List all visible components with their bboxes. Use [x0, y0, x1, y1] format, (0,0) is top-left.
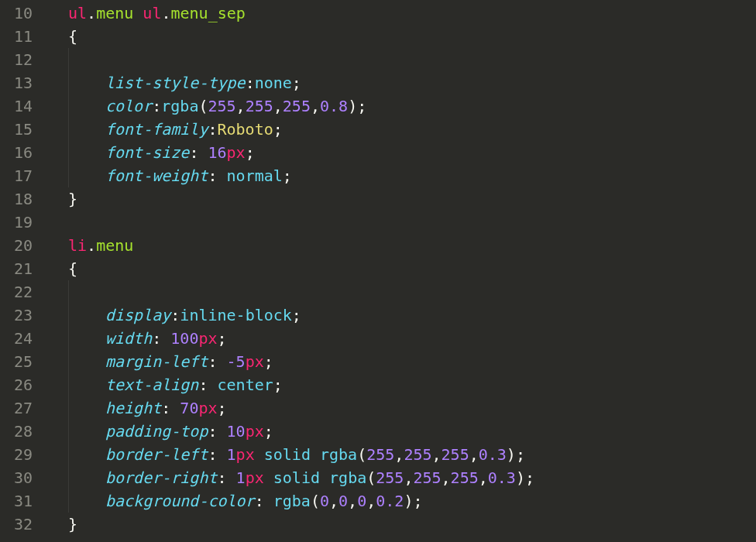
token-punct: ; [357, 97, 366, 115]
token-punct: ; [264, 422, 273, 441]
token-punct: ; [273, 120, 283, 139]
code-line[interactable]: ul.menu ul.menu_sep [68, 2, 756, 25]
indent-guide [68, 304, 69, 327]
line-number: 32 [0, 513, 33, 536]
indent [68, 350, 105, 373]
token-prop: padding-top [105, 422, 208, 441]
token-punct: ; [264, 352, 273, 371]
line-number: 27 [0, 396, 33, 420]
token-prop: height [105, 399, 161, 417]
line-number-gutter: 1011121314151617181920212223242526272829… [0, 0, 46, 542]
line-number: 24 [0, 327, 33, 350]
code-line[interactable]: color:rgba(255,255,255,0.8); [68, 94, 756, 118]
token-prop: color [105, 97, 152, 115]
token-punct: : [208, 422, 226, 441]
code-line[interactable]: { [68, 257, 756, 280]
code-line[interactable]: font-weight: normal; [68, 164, 756, 187]
line-number: 29 [0, 443, 33, 466]
code-line[interactable]: padding-top: 10px; [68, 420, 756, 443]
code-line[interactable]: font-family:Roboto; [68, 118, 756, 141]
code-line[interactable]: } [68, 513, 756, 536]
code-line[interactable]: border-left: 1px solid rgba(255,255,255,… [68, 443, 756, 466]
token-punct: . [87, 236, 96, 255]
token-plain: , [311, 97, 320, 115]
code-line[interactable]: li.menu [68, 234, 756, 257]
indent [68, 94, 105, 118]
token-num: 255 [442, 445, 469, 464]
token-plain: , [348, 492, 357, 510]
indent-guide [68, 118, 69, 141]
code-line[interactable]: text-align: center; [68, 373, 756, 396]
token-num: 255 [451, 468, 479, 487]
token-plain: , [479, 468, 488, 487]
token-func: rgba [161, 97, 198, 115]
code-line[interactable]: margin-left: -5px; [68, 350, 756, 373]
code-line[interactable]: font-size: 16px; [68, 141, 756, 164]
indent [68, 71, 105, 94]
line-number: 19 [0, 211, 33, 234]
token-plain: ( [357, 445, 366, 464]
code-line[interactable] [68, 48, 756, 71]
line-number: 25 [0, 350, 33, 373]
token-plain: ( [311, 492, 320, 510]
token-tag: ul [68, 4, 87, 22]
line-number: 30 [0, 466, 33, 489]
token-plain [264, 468, 273, 487]
line-number: 16 [0, 141, 33, 164]
token-punct: : [189, 143, 208, 162]
code-editor-area[interactable]: ul.menu ul.menu_sep{list-style-type:none… [46, 0, 756, 542]
indent [68, 373, 105, 396]
code-line[interactable]: { [68, 25, 756, 48]
token-plain: ) [516, 468, 525, 487]
token-unit: px [246, 468, 264, 487]
token-punct: ; [516, 445, 525, 464]
token-value: normal [227, 166, 283, 185]
token-num: 255 [283, 97, 311, 115]
token-punct: : [208, 120, 217, 139]
token-punct: ; [292, 306, 301, 324]
code-line[interactable]: list-style-type:none; [68, 71, 756, 94]
token-punct: ; [246, 143, 255, 162]
token-prop: font-size [105, 143, 189, 162]
indent-guide [68, 94, 69, 118]
token-value: center [218, 376, 273, 394]
token-num: 255 [404, 445, 431, 464]
indent-guide [68, 420, 69, 443]
token-class: menu [96, 4, 133, 22]
token-plain [311, 445, 320, 464]
token-prop: background-color [105, 492, 255, 510]
indent [68, 327, 105, 350]
line-number: 11 [0, 25, 33, 48]
code-line[interactable]: background-color: rgba(0,0,0,0.2); [68, 489, 756, 513]
token-num: 0 [357, 492, 366, 510]
token-punct: : [152, 97, 161, 115]
indent-guide [68, 141, 69, 164]
indent-guide [68, 327, 69, 350]
token-punct: : [208, 352, 226, 371]
token-prop: display [105, 306, 170, 324]
code-line[interactable]: } [68, 187, 756, 211]
code-line[interactable] [68, 211, 756, 234]
indent [68, 164, 105, 187]
code-line[interactable] [68, 280, 756, 304]
token-num: 0 [338, 492, 348, 510]
indent-guide [68, 164, 69, 187]
line-number: 18 [0, 187, 33, 211]
token-unit: px [198, 399, 217, 417]
line-number: 31 [0, 489, 33, 513]
token-plain: , [432, 445, 442, 464]
code-line[interactable]: height: 70px; [68, 396, 756, 420]
token-value: solid [264, 445, 311, 464]
code-line[interactable]: display:inline-block; [68, 304, 756, 327]
token-brace: { [68, 259, 77, 278]
token-prop: font-family [105, 120, 208, 139]
token-num: 100 [170, 329, 198, 348]
token-prop: border-right [105, 468, 218, 487]
indent [68, 280, 105, 304]
token-brace: } [68, 515, 77, 533]
code-line[interactable]: border-right: 1px solid rgba(255,255,255… [68, 466, 756, 489]
code-line[interactable]: width: 100px; [68, 327, 756, 350]
token-num: -5 [227, 352, 246, 371]
line-number: 28 [0, 420, 33, 443]
token-num: 0.8 [320, 97, 348, 115]
